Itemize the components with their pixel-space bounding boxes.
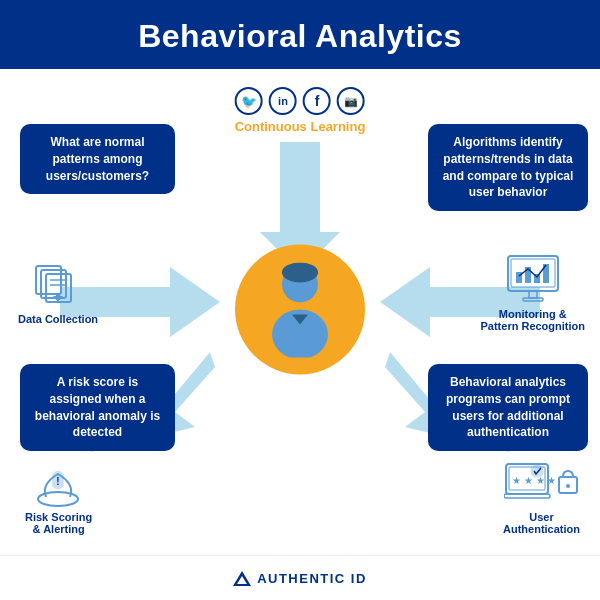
info-box-top-left: What are normal patterns among users/cus… bbox=[20, 124, 175, 194]
footer-logo-text: AUTHENTIC ID bbox=[257, 571, 367, 586]
svg-text:!: ! bbox=[56, 476, 59, 487]
svg-point-23 bbox=[38, 492, 78, 506]
risk-scoring-area: ! Risk Scoring& Alerting bbox=[25, 459, 92, 535]
social-area: 🐦 in f 📷 Continuous Learning bbox=[235, 87, 366, 134]
footer: AUTHENTIC ID bbox=[0, 555, 600, 600]
user-auth-label: UserAuthentication bbox=[503, 511, 580, 535]
svg-rect-27 bbox=[504, 494, 550, 498]
page-container: Behavioral Analytics 🐦 in f 📷 Continuou bbox=[0, 0, 600, 600]
monitoring-label: Monitoring &Pattern Recognition bbox=[480, 308, 585, 332]
linkedin-icon: in bbox=[269, 87, 297, 115]
continuous-learning-label: Continuous Learning bbox=[235, 119, 366, 134]
page-title: Behavioral Analytics bbox=[20, 18, 580, 55]
main-content: 🐦 in f 📷 Continuous Learning What are no… bbox=[0, 69, 600, 555]
user-auth-area: ★ ★ ★ ★ UserAuthentication bbox=[503, 459, 580, 535]
data-collection-label: Data Collection bbox=[18, 313, 98, 325]
instagram-icon: 📷 bbox=[337, 87, 365, 115]
svg-point-29 bbox=[531, 465, 543, 477]
svg-point-31 bbox=[566, 484, 570, 488]
svg-rect-17 bbox=[529, 291, 537, 298]
data-collection-area: Data Collection bbox=[18, 264, 98, 325]
center-person-circle bbox=[235, 244, 365, 374]
monitoring-area: Monitoring &Pattern Recognition bbox=[480, 254, 585, 332]
svg-rect-18 bbox=[523, 298, 543, 301]
svg-point-6 bbox=[282, 262, 318, 282]
footer-logo: AUTHENTIC ID bbox=[233, 571, 367, 586]
info-box-top-right: Algorithms identify patterns/trends in d… bbox=[428, 124, 588, 211]
twitter-icon: 🐦 bbox=[235, 87, 263, 115]
info-box-bottom-right: Behavioral analytics programs can prompt… bbox=[428, 364, 588, 451]
info-box-bottom-left: A risk score is assigned when a behavior… bbox=[20, 364, 175, 451]
risk-scoring-label: Risk Scoring& Alerting bbox=[25, 511, 92, 535]
header: Behavioral Analytics bbox=[0, 0, 600, 69]
logo-triangle-icon bbox=[233, 571, 251, 586]
facebook-icon: f bbox=[303, 87, 331, 115]
